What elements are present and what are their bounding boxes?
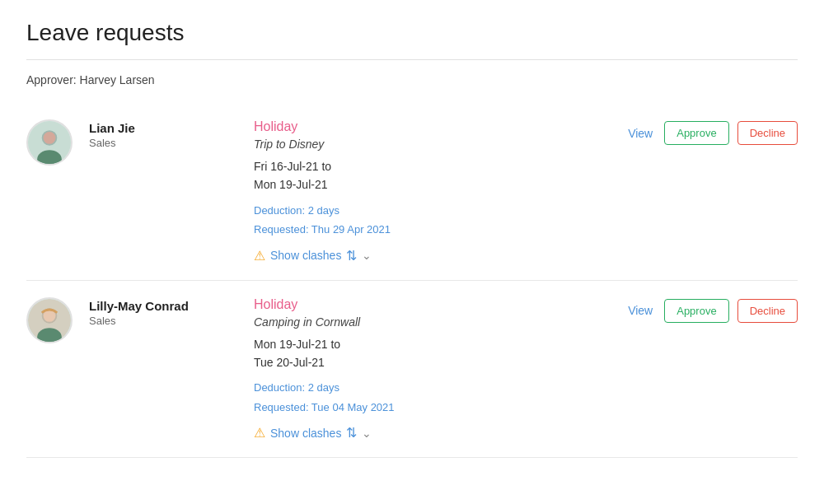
avatar-lian-jie	[26, 119, 73, 166]
leave-meta-2: Deduction: 2 days Requested: Tue 04 May …	[254, 378, 628, 417]
page-title: Leave requests	[26, 20, 798, 46]
leave-type-2: Holiday	[254, 297, 628, 312]
view-link-1[interactable]: View	[628, 127, 653, 140]
employee-dept-2: Sales	[89, 315, 254, 327]
chevron-down-icon-1[interactable]: ⌄	[362, 249, 372, 262]
show-clashes-row-1: ⚠ Show clashes ⇅ ⌄	[254, 248, 628, 264]
leave-meta-1: Deduction: 2 days Requested: Thu 29 Apr …	[254, 201, 628, 240]
approver-label: Approver: Harvey Larsen	[26, 73, 798, 86]
warning-icon-1: ⚠	[254, 248, 265, 264]
approve-button-1[interactable]: Approve	[664, 121, 728, 145]
svg-point-3	[44, 132, 56, 144]
decline-button-2[interactable]: Decline	[737, 299, 798, 323]
decline-button-1[interactable]: Decline	[737, 121, 798, 145]
deduction-2: Deduction: 2 days	[254, 378, 628, 397]
leave-description-2: Camping in Cornwall	[254, 315, 628, 329]
employee-dept-1: Sales	[89, 137, 254, 149]
show-clashes-link-2[interactable]: Show clashes	[270, 427, 341, 440]
view-link-2[interactable]: View	[628, 304, 653, 317]
employee-info-1: Lian Jie Sales	[89, 119, 254, 149]
employee-name-2: Lilly-May Conrad	[89, 299, 254, 313]
actions-1: View Approve Decline	[628, 119, 798, 145]
page-container: Leave requests Approver: Harvey Larsen L…	[0, 0, 824, 478]
employee-info-2: Lilly-May Conrad Sales	[89, 297, 254, 327]
deduction-1: Deduction: 2 days	[254, 201, 628, 220]
employee-name-1: Lian Jie	[89, 121, 254, 135]
leave-type-1: Holiday	[254, 119, 628, 134]
header-divider	[26, 59, 798, 60]
request-card-1: Lian Jie Sales Holiday Trip to Disney Fr…	[26, 103, 798, 281]
approve-button-2[interactable]: Approve	[664, 299, 728, 323]
leave-dates-1: Fri 16-Jul-21 toMon 19-Jul-21	[254, 157, 628, 194]
sort-icon-2[interactable]: ⇅	[346, 425, 357, 441]
leave-dates-2: Mon 19-Jul-21 toTue 20-Jul-21	[254, 335, 628, 372]
requested-1: Requested: Thu 29 Apr 2021	[254, 220, 628, 239]
chevron-down-icon-2[interactable]: ⌄	[362, 427, 372, 440]
actions-2: View Approve Decline	[628, 297, 798, 323]
request-card-2: Lilly-May Conrad Sales Holiday Camping i…	[26, 281, 798, 459]
requested-2: Requested: Tue 04 May 2021	[254, 398, 628, 417]
leave-description-1: Trip to Disney	[254, 138, 628, 151]
show-clashes-link-1[interactable]: Show clashes	[270, 249, 341, 262]
warning-icon-2: ⚠	[254, 425, 265, 441]
leave-details-1: Holiday Trip to Disney Fri 16-Jul-21 toM…	[254, 119, 628, 264]
avatar-lilly-may	[26, 297, 73, 343]
sort-icon-1[interactable]: ⇅	[346, 248, 357, 264]
show-clashes-row-2: ⚠ Show clashes ⇅ ⌄	[254, 425, 628, 441]
leave-details-2: Holiday Camping in Cornwall Mon 19-Jul-2…	[254, 297, 628, 441]
